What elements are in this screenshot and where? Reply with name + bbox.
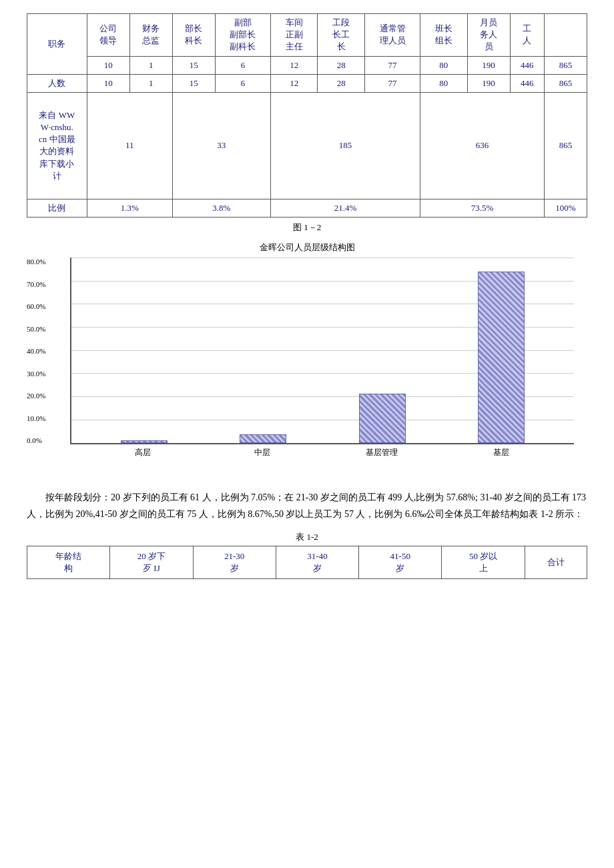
table-subtotal-row: 来自 WWW·cnshu.cn 中国最大的资料库下载小计 11 33 185 6… <box>27 92 587 199</box>
cell-renshu-gdzz: 28 <box>318 74 364 92</box>
col-header-zhiwu: 职务 <box>27 14 87 75</box>
cell-count-cwzj: 1 <box>129 56 172 74</box>
age-paragraph: 按年龄段划分：20 岁下列的员工有 61 人，比例为 7.05%；在 21-30… <box>27 489 587 522</box>
cell-renshu-yyrwy: 190 <box>467 74 510 92</box>
x-label-jicengguanli: 基层管理 <box>358 447 405 458</box>
cell-watermark: 来自 WWW·cnshu.cn 中国最大的资料库下载小计 <box>27 92 87 199</box>
cell-count-total: 865 <box>544 56 587 74</box>
figure1-table: 职务 公司领导 财务总监 部长科长 副部副部长副科长 车间正副主任 工段长工长 … <box>27 13 587 218</box>
y-label-70: 70.0% <box>27 280 45 288</box>
cell-renshu-fb: 6 <box>215 74 270 92</box>
bar-jiceng <box>478 272 525 443</box>
cell-ratio-label: 比例 <box>27 199 87 217</box>
cell-ratio-total: 100% <box>544 199 587 217</box>
cell-count-bzkz: 15 <box>172 56 215 74</box>
cell-count-cj: 12 <box>271 56 318 74</box>
cell-renshu-gsld: 10 <box>87 74 129 92</box>
y-label-10: 10.0% <box>27 414 45 422</box>
cell-count-fb: 6 <box>215 56 270 74</box>
cell-ratio-middle-1: 3.8% <box>172 199 270 217</box>
bar-gaoceng <box>121 440 168 443</box>
y-axis-labels: 0.0% 10.0% 20.0% 30.0% 40.0% 50.0% 60.0%… <box>27 258 45 444</box>
cell-subtotal-middle-1: 33 <box>172 92 270 199</box>
x-axis-labels: 高层 中层 基层管理 基层 <box>70 444 574 458</box>
table2: 年龄结构 20 岁下歹 IJ 21-30岁 31-40岁 41-50岁 50 岁… <box>27 546 587 579</box>
col-header-cj: 车间正副主任 <box>271 14 318 57</box>
figure1-label: 图 1－2 <box>27 222 587 234</box>
cell-count-gsld: 10 <box>87 56 129 74</box>
table-header-row: 职务 公司领导 财务总监 部长科长 副部副部长副科长 车间正副主任 工段长工长 … <box>27 14 587 57</box>
cell-renshu-bzzz: 80 <box>420 74 467 92</box>
cell-subtotal-total: 865 <box>544 92 587 199</box>
cell-renshu-bzkz: 15 <box>172 74 215 92</box>
cell-renshu-gr: 446 <box>510 74 544 92</box>
cell-renshu-cj: 12 <box>271 74 318 92</box>
chart-title: 金晖公司人员层级结构图 <box>27 242 587 254</box>
x-label-zhongceng: 中层 <box>239 447 286 458</box>
cell-count-bzzz: 80 <box>420 56 467 74</box>
bar-jicengguanli <box>359 394 406 443</box>
cell-age-header-structure: 年龄结构 <box>27 546 110 578</box>
table-ratio-row: 比例 1.3% 3.8% 21.4% 73.5% 100% <box>27 199 587 217</box>
cell-count-tcgly: 77 <box>364 56 420 74</box>
cell-age-header-over50: 50 岁以上 <box>442 546 525 578</box>
table-count-row: 10 1 15 6 12 28 77 80 190 446 865 <box>27 56 587 74</box>
cell-subtotal-top: 11 <box>87 92 172 199</box>
cell-age-header-total: 合计 <box>525 546 587 578</box>
col-header-gdzz: 工段长工长 <box>318 14 364 57</box>
cell-count-yyrwy: 190 <box>467 56 510 74</box>
cell-renshu-label: 人数 <box>27 74 87 92</box>
chart-section: 金晖公司人员层级结构图 0.0% 10.0% 20.0% 30.0% 40.0%… <box>27 242 587 478</box>
cell-ratio-top: 1.3% <box>87 199 172 217</box>
cell-ratio-base: 73.5% <box>420 199 545 217</box>
cell-age-header-31-40: 31-40岁 <box>276 546 358 578</box>
cell-renshu-tcgly: 77 <box>364 74 420 92</box>
bar-group-jicengguanli <box>359 394 406 443</box>
table2-header-row: 年龄结构 20 岁下歹 IJ 21-30岁 31-40岁 41-50岁 50 岁… <box>27 546 587 578</box>
bar-zhongceng <box>240 434 286 443</box>
table2-label: 表 1-2 <box>27 531 587 543</box>
cell-subtotal-base: 636 <box>420 92 545 199</box>
cell-age-header-41-50: 41-50岁 <box>359 546 442 578</box>
y-label-40: 40.0% <box>27 347 45 355</box>
col-header-gsld: 公司领导 <box>87 14 129 57</box>
cell-ratio-middle-2: 21.4% <box>271 199 420 217</box>
y-label-80: 80.0% <box>27 258 45 266</box>
cell-age-header-21-30: 21-30岁 <box>193 546 276 578</box>
table-renshu-label-row: 人数 10 1 15 6 12 28 77 80 190 446 865 <box>27 74 587 92</box>
x-label-jiceng: 基层 <box>478 447 525 458</box>
cell-count-gdzz: 28 <box>318 56 364 74</box>
page-content: 职务 公司领导 财务总监 部长科长 副部副部长副科长 车间正副主任 工段长工长 … <box>27 13 587 579</box>
x-label-gaoceng: 高层 <box>119 447 166 458</box>
cell-renshu-total: 865 <box>544 74 587 92</box>
chart-area <box>70 258 574 444</box>
col-header-gr: 工人 <box>510 14 544 57</box>
cell-renshu-cwzj: 1 <box>129 74 172 92</box>
cell-age-header-under20: 20 岁下歹 IJ <box>110 546 193 578</box>
bar-group-gaoceng <box>121 440 168 443</box>
col-header-total-header <box>544 14 587 57</box>
y-label-50: 50.0% <box>27 325 45 333</box>
cell-count-gr: 446 <box>510 56 544 74</box>
col-header-fb: 副部副部长副科长 <box>215 14 270 57</box>
grid-line-8 <box>71 258 574 258</box>
y-label-60: 60.0% <box>27 302 45 310</box>
cell-subtotal-middle-2: 185 <box>271 92 420 199</box>
y-label-0: 0.0% <box>27 436 45 444</box>
col-header-bzkz: 部长科长 <box>172 14 215 57</box>
col-header-tcgly: 通常管理人员 <box>364 14 420 57</box>
col-header-yyrwy: 月员务人员 <box>467 14 510 57</box>
y-label-20: 20.0% <box>27 392 45 400</box>
col-header-bzzz: 班长组长 <box>420 14 467 57</box>
col-header-cwzj: 财务总监 <box>129 14 172 57</box>
bars-container <box>71 272 574 443</box>
bar-group-jiceng <box>478 272 525 443</box>
bar-group-zhongceng <box>240 434 286 443</box>
y-label-30: 30.0% <box>27 370 45 378</box>
